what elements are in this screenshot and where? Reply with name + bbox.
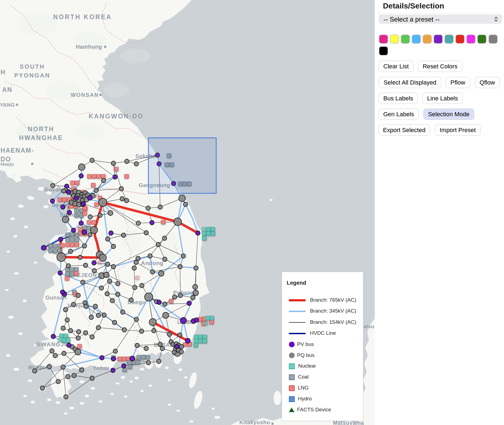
- svg-text:Haeju: Haeju: [1, 162, 14, 167]
- svg-text:HAENAM-: HAENAM-: [1, 147, 34, 154]
- svg-text:KANGWON-DO: KANGWON-DO: [89, 113, 143, 120]
- svg-text:Andong: Andong: [141, 260, 163, 266]
- svg-text:atsu: atsu: [364, 324, 374, 329]
- svg-text:AN: AN: [2, 86, 12, 93]
- svg-text:YANG: YANG: [0, 102, 15, 108]
- svg-text:H: H: [1, 69, 6, 76]
- svg-text:Mokpo: Mokpo: [28, 364, 47, 370]
- svg-text:Yeosu: Yeosu: [93, 365, 109, 371]
- svg-text:Hamhung: Hamhung: [76, 44, 102, 50]
- svg-text:PYONGAN: PYONGAN: [14, 72, 50, 79]
- svg-text:WONSAN: WONSAN: [71, 92, 99, 98]
- svg-text:HWANGHAE: HWANGHAE: [19, 134, 63, 141]
- svg-text:NORTH KOREA: NORTH KOREA: [53, 13, 112, 21]
- svg-text:NORTH: NORTH: [28, 126, 54, 133]
- svg-text:SOUTH: SOUTH: [20, 63, 45, 70]
- svg-text:Kitakyushu: Kitakyushu: [239, 419, 270, 425]
